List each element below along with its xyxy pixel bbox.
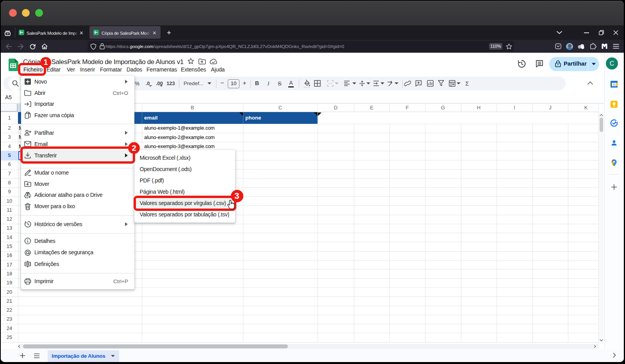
svg-text:31: 31 — [612, 83, 616, 86]
